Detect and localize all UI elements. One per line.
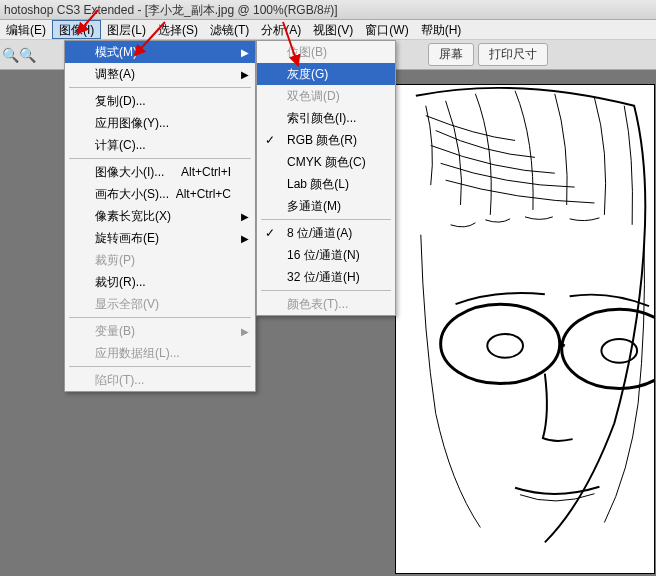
mode-item-rgb[interactable]: ✓RGB 颜色(R) <box>257 129 395 151</box>
image-menu-dropdown: 模式(M)▶ 调整(A)▶ 复制(D)... 应用图像(Y)... 计算(C).… <box>64 40 256 392</box>
menu-view[interactable]: 视图(V) <box>307 20 359 39</box>
screen-button[interactable]: 屏幕 <box>428 43 474 66</box>
menu-item-calculations[interactable]: 计算(C)... <box>65 134 255 156</box>
menu-item-apply-image[interactable]: 应用图像(Y)... <box>65 112 255 134</box>
title-bar: hotoshop CS3 Extended - [李小龙_副本.jpg @ 10… <box>0 0 656 20</box>
svg-point-0 <box>441 304 560 383</box>
menu-item-data-sets: 应用数据组(L)... <box>65 342 255 364</box>
menu-bar: 编辑(E) 图像(I) 图层(L) 选择(S) 滤镜(T) 分析(A) 视图(V… <box>0 20 656 40</box>
menu-item-crop: 裁剪(P) <box>65 249 255 271</box>
mode-item-indexed[interactable]: 索引颜色(I)... <box>257 107 395 129</box>
menu-item-duplicate[interactable]: 复制(D)... <box>65 90 255 112</box>
mode-item-cmyk[interactable]: CMYK 颜色(C) <box>257 151 395 173</box>
menu-item-trap: 陷印(T)... <box>65 369 255 391</box>
mode-item-bitmap: 位图(B) <box>257 41 395 63</box>
mode-item-duotone: 双色调(D) <box>257 85 395 107</box>
svg-point-2 <box>487 334 523 358</box>
mode-item-color-table: 颜色表(T)... <box>257 293 395 315</box>
menu-help[interactable]: 帮助(H) <box>415 20 468 39</box>
menu-item-image-size[interactable]: 图像大小(I)...Alt+Ctrl+I <box>65 161 255 183</box>
menu-layer[interactable]: 图层(L) <box>101 20 152 39</box>
menu-item-variables: 变量(B)▶ <box>65 320 255 342</box>
title-text: hotoshop CS3 Extended - [李小龙_副本.jpg @ 10… <box>4 3 338 17</box>
menu-filter[interactable]: 滤镜(T) <box>204 20 255 39</box>
menu-item-mode[interactable]: 模式(M)▶ <box>65 41 255 63</box>
menu-item-reveal-all: 显示全部(V) <box>65 293 255 315</box>
document-canvas[interactable] <box>395 84 655 574</box>
menu-window[interactable]: 窗口(W) <box>359 20 414 39</box>
menu-item-trim[interactable]: 裁切(R)... <box>65 271 255 293</box>
mode-item-grayscale[interactable]: 灰度(G) <box>257 63 395 85</box>
mode-item-lab[interactable]: Lab 颜色(L) <box>257 173 395 195</box>
sketch-image <box>396 85 654 573</box>
mode-item-multichannel[interactable]: 多通道(M) <box>257 195 395 217</box>
mode-item-16bit[interactable]: 16 位/通道(N) <box>257 244 395 266</box>
menu-select[interactable]: 选择(S) <box>152 20 204 39</box>
check-icon: ✓ <box>265 226 275 240</box>
menu-item-pixel-aspect[interactable]: 像素长宽比(X)▶ <box>65 205 255 227</box>
mode-submenu-dropdown: 位图(B) 灰度(G) 双色调(D) 索引颜色(I)... ✓RGB 颜色(R)… <box>256 40 396 316</box>
tool-icons: 🔍🔍 <box>2 47 36 63</box>
menu-item-adjustments[interactable]: 调整(A)▶ <box>65 63 255 85</box>
menu-edit[interactable]: 编辑(E) <box>0 20 52 39</box>
mode-item-32bit[interactable]: 32 位/通道(H) <box>257 266 395 288</box>
check-icon: ✓ <box>265 133 275 147</box>
menu-analysis[interactable]: 分析(A) <box>255 20 307 39</box>
print-size-button[interactable]: 打印尺寸 <box>478 43 548 66</box>
menu-item-rotate-canvas[interactable]: 旋转画布(E)▶ <box>65 227 255 249</box>
menu-item-canvas-size[interactable]: 画布大小(S)...Alt+Ctrl+C <box>65 183 255 205</box>
menu-image[interactable]: 图像(I) <box>52 20 101 39</box>
mode-item-8bit[interactable]: ✓8 位/通道(A) <box>257 222 395 244</box>
